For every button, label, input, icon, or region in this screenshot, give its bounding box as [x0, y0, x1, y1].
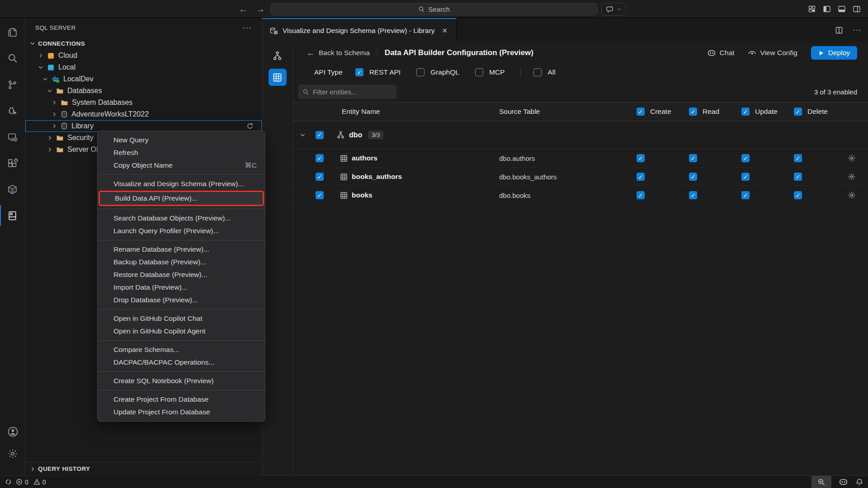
menu-item-restore-database[interactable]: Restore Database (Preview)... — [98, 268, 265, 281]
menu-item-backup-database[interactable]: Backup Database (Preview)... — [98, 256, 265, 268]
sidebar-more-actions-icon[interactable]: ··· — [242, 23, 252, 33]
menu-item-import-data[interactable]: Import Data (Preview)... — [98, 281, 265, 294]
entity-checkbox[interactable] — [316, 191, 324, 199]
menu-item-update-project[interactable]: Update Project From Database — [98, 406, 265, 418]
chevron-right-icon[interactable] — [47, 135, 53, 141]
menu-item-visualize-design-schema[interactable]: Visualize and Design Schema (Preview)... — [98, 178, 265, 190]
row-settings-gear-icon[interactable] — [835, 173, 868, 181]
entity-row-authors[interactable]: authors dbo.authors — [293, 149, 868, 168]
connections-section-header[interactable]: CONNECTIONS — [25, 37, 262, 50]
back-to-schema-link[interactable]: ← Back to Schema — [307, 48, 370, 58]
delete-checkbox[interactable] — [794, 173, 802, 181]
menu-item-dacpac-bacpac[interactable]: DACPAC/BACPAC Operations... — [98, 356, 265, 369]
filter-entities-box[interactable] — [298, 84, 396, 99]
entity-row-books[interactable]: books dbo.books — [293, 186, 868, 205]
read-all-checkbox[interactable] — [689, 108, 697, 116]
menu-item-new-query[interactable]: New Query — [98, 134, 265, 146]
schema-group-row-dbo[interactable]: dbo 3/3 — [293, 121, 868, 149]
tree-item-adventureworks[interactable]: AdventureWorksLT2022 — [25, 108, 262, 120]
tree-item-databases[interactable]: Databases — [25, 85, 262, 97]
toggle-primary-sidebar-icon[interactable] — [823, 5, 831, 13]
create-checkbox[interactable] — [637, 191, 645, 199]
editor-more-actions-icon[interactable]: ··· — [853, 26, 862, 34]
menu-item-rename-database[interactable]: Rename Database (Preview)... — [98, 243, 265, 256]
menu-item-compare-schemas[interactable]: Compare Schemas... — [98, 343, 265, 356]
menu-item-copy-object-name[interactable]: Copy Object Name⌘C — [98, 159, 265, 172]
mcp-checkbox[interactable] — [475, 68, 483, 76]
menu-item-launch-query-profiler[interactable]: Launch Query Profiler (Preview)... — [98, 225, 265, 237]
delete-checkbox[interactable] — [794, 191, 802, 199]
remote-indicator-icon[interactable] — [5, 478, 12, 486]
split-editor-icon[interactable] — [835, 26, 843, 34]
menu-item-open-copilot-agent[interactable]: Open in GitHub Copilot Agent — [98, 325, 265, 338]
deploy-button[interactable]: Deploy — [811, 46, 857, 60]
chevron-right-icon[interactable] — [38, 52, 44, 59]
extensions-icon[interactable] — [0, 155, 25, 171]
copilot-menu-button[interactable] — [601, 3, 626, 16]
tab-visualize-design-schema[interactable]: Visualize and Design Schema (Preview) - … — [262, 18, 457, 42]
row-settings-gear-icon[interactable] — [835, 191, 868, 199]
graphql-checkbox[interactable] — [416, 68, 425, 76]
table-config-view-icon[interactable] — [269, 69, 287, 86]
update-all-checkbox[interactable] — [741, 108, 750, 116]
update-checkbox[interactable] — [741, 173, 750, 181]
all-checkbox[interactable] — [533, 68, 542, 76]
delete-checkbox[interactable] — [794, 154, 802, 162]
containers-icon[interactable] — [0, 182, 25, 197]
menu-item-refresh[interactable]: Refresh — [98, 146, 265, 159]
chevron-down-icon[interactable] — [42, 76, 48, 82]
chevron-down-icon[interactable] — [47, 88, 53, 94]
navigate-forward-icon[interactable]: → — [256, 4, 265, 14]
entity-checkbox[interactable] — [316, 173, 324, 181]
api-type-all[interactable]: All — [533, 68, 555, 76]
update-checkbox[interactable] — [741, 154, 750, 162]
refresh-connection-icon[interactable] — [246, 122, 254, 130]
chevron-right-icon[interactable] — [47, 146, 53, 153]
read-checkbox[interactable] — [689, 154, 697, 162]
query-history-section-header[interactable]: QUERY HISTORY — [25, 462, 262, 475]
settings-gear-icon[interactable] — [7, 448, 18, 459]
copilot-status-icon[interactable] — [839, 477, 848, 487]
collapse-group-icon[interactable] — [293, 131, 316, 138]
chat-button[interactable]: Chat — [707, 48, 735, 57]
tree-item-system-databases[interactable]: System Databases — [25, 97, 262, 108]
api-type-graphql[interactable]: GraphQL — [416, 68, 459, 76]
menu-item-create-sql-notebook[interactable]: Create SQL Notebook (Preview) — [98, 375, 265, 387]
close-tab-icon[interactable]: ✕ — [442, 27, 448, 35]
tree-item-local[interactable]: Local — [25, 61, 262, 73]
api-type-rest[interactable]: REST API — [355, 68, 401, 76]
account-icon[interactable] — [7, 426, 19, 437]
filter-entities-input[interactable] — [313, 88, 392, 96]
create-checkbox[interactable] — [637, 173, 645, 181]
create-all-checkbox[interactable] — [637, 108, 645, 116]
explorer-icon[interactable] — [0, 24, 25, 40]
chevron-right-icon[interactable] — [51, 111, 57, 117]
rest-api-checkbox[interactable] — [355, 68, 363, 76]
delete-all-checkbox[interactable] — [794, 108, 802, 116]
command-center-search[interactable]: Search — [270, 3, 598, 15]
tree-item-localdev[interactable]: LocalDev — [25, 73, 262, 85]
zoom-status-icon[interactable] — [811, 476, 831, 488]
api-type-mcp[interactable]: MCP — [475, 68, 505, 76]
toggle-secondary-sidebar-icon[interactable] — [853, 5, 861, 13]
update-checkbox[interactable] — [741, 191, 750, 199]
entity-row-books-authors[interactable]: books_authors dbo.books_authors — [293, 168, 868, 186]
chevron-right-icon[interactable] — [51, 99, 57, 106]
menu-item-build-data-api[interactable]: Build Data API (Preview)... — [100, 192, 263, 205]
menu-item-search-database-objects[interactable]: Search Database Objects (Preview)... — [98, 212, 265, 225]
view-config-button[interactable]: View Config — [748, 49, 797, 57]
source-control-icon[interactable] — [0, 77, 25, 92]
schema-diagram-view-icon[interactable] — [269, 47, 287, 64]
entity-checkbox[interactable] — [316, 154, 324, 162]
row-settings-gear-icon[interactable] — [835, 154, 868, 162]
menu-item-create-project[interactable]: Create Project From Database — [98, 393, 265, 406]
sql-server-icon[interactable] — [0, 208, 25, 223]
remote-explorer-icon[interactable] — [0, 129, 25, 145]
create-checkbox[interactable] — [637, 154, 645, 162]
chevron-down-icon[interactable] — [38, 64, 44, 70]
tree-item-cloud[interactable]: Cloud — [25, 50, 262, 61]
problems-indicator[interactable]: 0 0 — [16, 479, 46, 486]
menu-item-open-copilot-chat[interactable]: Open in GitHub Copilot Chat — [98, 312, 265, 325]
read-checkbox[interactable] — [689, 173, 697, 181]
menu-item-drop-database[interactable]: Drop Database (Preview)... — [98, 294, 265, 306]
